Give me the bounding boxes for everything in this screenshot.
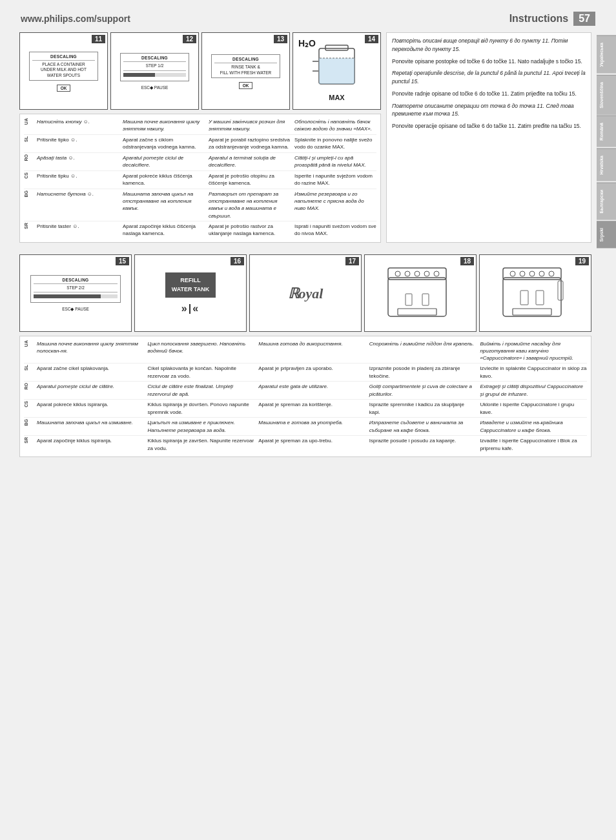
lang-tag-sr: SR xyxy=(24,223,36,229)
step-13-badge: 13 xyxy=(274,35,287,43)
step-15-body: STEP 2/2 xyxy=(34,285,117,291)
header-instructions-label: Instructions xyxy=(509,13,569,25)
sl-b-cell-1: Aparat začne cikel splakovanja. xyxy=(37,365,144,379)
lang-tag-ro: RO xyxy=(24,154,36,161)
svg-point-12 xyxy=(434,271,439,276)
step-15-esc: ESC◆ PAUSE xyxy=(62,307,89,312)
ua-cells-bottom: Машина почне виконання циклу зняттям пол… xyxy=(37,340,587,362)
lang-row-ua-bottom: UA Машина почне виконання циклу зняттям … xyxy=(24,339,587,364)
step-13-diagram: 13 DESCALING RINSE TANK &FILL WITH FRESH… xyxy=(201,32,290,110)
bg-b-cell-1: Машината започва цикъл на измиване. xyxy=(37,419,144,433)
max-label: MAX xyxy=(329,94,344,101)
step-12-diagram: 12 DESCALING STEP 1/2 ESC◆ PAUSE xyxy=(110,32,199,110)
step-14-badge: 14 xyxy=(365,35,378,43)
step-11-badge: 11 xyxy=(92,35,105,43)
sr-b-cell-1: Aparat započinje kiklus ispiranja. xyxy=(37,437,144,451)
cs-b-cell-3: Aparat je spreman za korištenje. xyxy=(258,401,365,415)
lang-tag-bg-b: BG xyxy=(24,419,36,426)
bg-b-cell-4: Изпразнете съдовете и ваничката за събир… xyxy=(369,419,477,433)
cs-cells-bottom: Aparat pokreće kiklus ispiranja. Kiklus … xyxy=(37,401,587,415)
step-19-badge: 19 xyxy=(575,257,589,265)
top-diagrams-row: 11 DESCALING PLACE A CONTAINERUNDER MILK… xyxy=(19,32,381,110)
step-13-screen: DESCALING RINSE TANK &FILL WITH FRESH WA… xyxy=(211,54,281,78)
lang-tag-cs-b: CS xyxy=(24,401,36,407)
sidebar-tab-hr[interactable]: Hrvatska xyxy=(597,149,616,181)
svg-rect-24 xyxy=(520,291,528,305)
sl-cells-top: Pritisnite tipko ☺. Aparat začne s ciklo… xyxy=(37,136,376,150)
lang-tag-ua: UA xyxy=(24,118,36,125)
ua-b-cell-4: Спорожніть і вимийте піддон для крапель. xyxy=(369,340,477,362)
lang-row-sr-top: SR Pritisnite taster ☺. Aparat započinje… xyxy=(24,221,376,240)
right-text-sl: Ponovite opisane postopke od točke 6 do … xyxy=(392,57,586,66)
svg-point-10 xyxy=(415,271,420,276)
step-16-diagram: 16 REFILLWATER TANK »|« xyxy=(134,254,247,332)
step-11-ok: OK xyxy=(57,85,71,92)
right-text-ro: Repetați operațiunile descrise, de la pu… xyxy=(392,69,586,86)
ua-cell-3: У машині закінчився розчин для зняттям н… xyxy=(209,118,291,132)
ua-cells-top: Натисніть кнопку ☺. Машина почне виконан… xyxy=(37,118,376,132)
svg-point-22 xyxy=(549,271,554,276)
top-language-section: UA Натисніть кнопку ☺. Машина почне вико… xyxy=(19,114,381,243)
sr-b-cell-4: Isprazite posude i posudu za kapanje. xyxy=(369,437,477,451)
bg-b-cell-5: Извадете и измийте на-крайника Cappuccin… xyxy=(480,419,587,433)
sl-b-cell-2: Cikel splakovanta je končan. Napolnite r… xyxy=(148,365,255,379)
step-13-ok: OK xyxy=(239,82,253,89)
cs-cell-1: Pritisnite tipku ☺. xyxy=(37,172,119,187)
sr-b-cell-5: Izvadite i isperite Cappuccinatore i Blo… xyxy=(480,437,587,451)
cs-cell-3: Aparat je potrošio otopinu za čišćenje k… xyxy=(209,172,291,187)
bg-b-cell-3: Машината е готова за употреба. xyxy=(258,419,365,433)
sl-cells-bottom: Aparat začne cikel splakovanja. Cikel sp… xyxy=(37,365,587,379)
cs-cell-4: Isperite i napunite svježom vodom do raz… xyxy=(294,172,376,187)
lang-tag-ua-b: UA xyxy=(24,340,36,347)
lang-tag-ro-b: RO xyxy=(24,383,36,390)
lang-tag-sr-b: SR xyxy=(24,437,36,444)
royal-logo: ℝoyal xyxy=(288,285,323,302)
step-11-screen: DESCALING PLACE A CONTAINERUNDER MILK AN… xyxy=(29,52,99,81)
page: www.philips.com/support Instructions 57 … xyxy=(0,0,616,840)
step-11-diagram: 11 DESCALING PLACE A CONTAINERUNDER MILK… xyxy=(19,32,108,110)
step-12-body: STEP 1/2 xyxy=(123,63,187,68)
step-11-body: PLACE A CONTAINERUNDER MILK AND HOTWATER… xyxy=(32,62,96,78)
sidebar-tab-bg[interactable]: Бьлгарски xyxy=(597,183,616,220)
lang-tag-sl: SL xyxy=(24,136,36,142)
step-15-diagram: 15 DESCALING STEP 2/2 ESC◆ PAUSE xyxy=(19,254,132,332)
step-15-screen: DESCALING STEP 2/2 xyxy=(30,275,120,303)
sl-cell-4: Splaknite in ponovno nalijte svežo vodo … xyxy=(294,136,376,150)
sl-cell-3: Aparat je porabil raztopino sredstva za … xyxy=(209,136,291,150)
svg-rect-14 xyxy=(406,294,412,305)
step-12-badge: 12 xyxy=(183,35,196,43)
machine-19-svg xyxy=(500,265,571,323)
step-15-title: DESCALING xyxy=(34,278,117,284)
ua-b-cell-5: Вийміть і промийте насадку для приготува… xyxy=(480,340,587,362)
svg-rect-1 xyxy=(319,58,354,84)
ua-cell-1: Натисніть кнопку ☺. xyxy=(37,118,119,132)
h2o-label: H₂O xyxy=(298,38,316,48)
sidebar-tab-sr[interactable]: Srpski xyxy=(597,221,616,248)
sidebar-tab-ro[interactable]: Română xyxy=(597,116,616,147)
ua-b-cell-2: Цикл полоскання завершено. Наповніть вод… xyxy=(148,340,255,362)
svg-rect-2 xyxy=(325,45,348,50)
water-tank-svg xyxy=(309,42,364,94)
cs-cells-top: Pritisnite tipku ☺. Aparat pokreće kiklu… xyxy=(37,172,376,187)
ro-cell-3: Aparatul a terminat soluția de decalcifi… xyxy=(209,154,291,169)
svg-rect-23 xyxy=(513,309,551,315)
ro-b-cell-5: Extrageți și clătiți dispozitivul Cappuc… xyxy=(480,383,587,397)
cs-b-cell-1: Aparat pokreće kiklus ispiranja. xyxy=(37,401,144,415)
bg-cells-bottom: Машината започва цикъл на измиване. Цикъ… xyxy=(37,419,587,433)
lang-row-bg-top: BG Натиснете бутона ☺. Машината започва … xyxy=(24,189,376,221)
svg-rect-6 xyxy=(388,278,446,316)
step-12-esc: ESC◆ PAUSE xyxy=(141,85,169,90)
svg-point-21 xyxy=(539,271,544,276)
sidebar-tab-sl[interactable]: Slovenščina xyxy=(597,75,616,115)
ro-cell-4: Clătiți-l și umpleți-l cu apă proaspătă … xyxy=(294,154,376,169)
ro-cell-2: Aparatul pornește ciclul de decalcifiere… xyxy=(123,154,205,169)
bg-b-cell-2: Цикълът на измиване е приключен. Напълне… xyxy=(148,419,255,433)
sidebar-tab-ua[interactable]: Українська xyxy=(597,36,616,74)
header-url: www.philips.com/support xyxy=(21,14,130,24)
step-18-diagram: 18 xyxy=(364,254,477,332)
lang-row-bg-bottom: BG Машината започва цикъл на измиване. Ц… xyxy=(24,418,587,436)
sr-cell-4: Isprati i napuniti svežom vodom sve do n… xyxy=(294,223,376,237)
ua-b-cell-1: Машина почне виконання циклу зняттям пол… xyxy=(37,340,144,362)
cs-b-cell-4: Isprazite spremnike i kadicu za skupljan… xyxy=(369,401,477,415)
lang-row-sl-top: SL Pritisnite tipko ☺. Aparat začne s ci… xyxy=(24,135,376,153)
